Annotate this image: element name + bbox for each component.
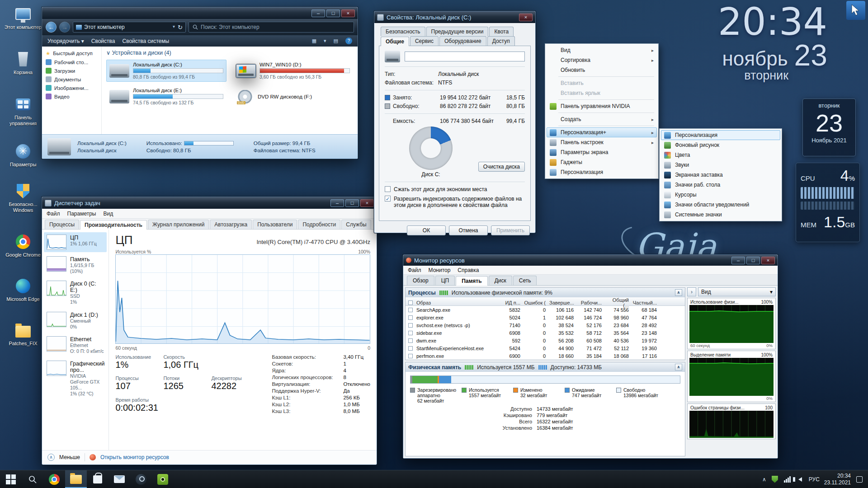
close-button[interactable]: × xyxy=(761,257,775,264)
desktop-icon-this-pc[interactable]: Этот компьютер xyxy=(4,5,42,30)
tab-tools[interactable]: Сервис xyxy=(410,36,439,46)
tab-app-history[interactable]: Журнал приложений xyxy=(148,220,209,229)
defender-tray-icon[interactable] xyxy=(771,475,779,483)
menu-item-nvidia-control-panel[interactable]: Панель управления NVIDIA xyxy=(547,101,657,111)
index-checkbox-row[interactable]: ✓ Разрешить индексировать содержимое фай… xyxy=(385,196,525,208)
desktop-icon-patches-fix[interactable]: Patches_FIX xyxy=(4,322,42,347)
tab-sharing[interactable]: Доступ xyxy=(487,36,515,46)
organize-button[interactable]: Упорядочить ▾ xyxy=(47,38,84,44)
tray-chevron-icon[interactable]: ∧ xyxy=(762,476,766,483)
desktop-icon-chrome[interactable]: Google Chrome xyxy=(4,233,42,258)
select-all-checkbox[interactable] xyxy=(408,300,413,305)
menu-item-new[interactable]: Создать▸ xyxy=(547,114,657,124)
search-box[interactable]: Поиск: Этот компьютер xyxy=(189,22,354,33)
collapse-section-button[interactable]: ∧ xyxy=(675,289,682,296)
menu-item-personalization[interactable]: Персонализация xyxy=(547,167,657,177)
sidebar-item-documents[interactable]: Документы xyxy=(46,76,101,82)
view-list-icon[interactable]: ▤ xyxy=(334,38,338,44)
view-tiles-icon[interactable]: ▦ xyxy=(312,38,316,44)
help-icon[interactable]: ? xyxy=(345,38,352,44)
tab-hardware[interactable]: Оборудование xyxy=(439,36,486,46)
close-button[interactable]: × xyxy=(341,9,355,17)
perf-item-gpu[interactable]: Графический про...NVIDIA GeForce GTX 105… xyxy=(44,358,107,399)
view-dropdown-button[interactable]: Вид▾ xyxy=(698,287,776,296)
index-checkbox[interactable]: ✓ xyxy=(385,196,391,202)
menu-item-settings-panel[interactable]: Панель настроек▸ xyxy=(547,137,657,147)
less-details-button[interactable]: Меньше xyxy=(59,454,80,460)
tab-memory[interactable]: Память xyxy=(456,276,487,286)
desktop-icon-edge[interactable]: Microsoft Edge xyxy=(4,277,42,302)
open-resource-monitor-link[interactable]: Открыть монитор ресурсов xyxy=(100,454,169,460)
tab-network[interactable]: Сеть xyxy=(513,276,537,285)
perf-item-ethernet[interactable]: EthernetEthernetО: 0 П: 0 кбит/с xyxy=(44,334,107,357)
submenu-item-personalization[interactable]: Персонализация xyxy=(661,130,780,140)
refresh-icon[interactable]: ↻ xyxy=(178,24,183,31)
process-checkbox[interactable] xyxy=(408,331,413,335)
menu-help[interactable]: Справка xyxy=(458,267,479,273)
process-checkbox[interactable] xyxy=(408,346,413,351)
process-row[interactable]: dwm.exe592056 20860 50840 53619 972 xyxy=(406,337,685,344)
language-indicator[interactable]: РУС xyxy=(809,476,820,483)
menu-file[interactable]: Файл xyxy=(47,211,60,217)
properties-titlebar[interactable]: Свойства: Локальный диск (C:) × xyxy=(374,11,535,23)
menu-item-refresh[interactable]: Обновить xyxy=(547,65,657,75)
taskbar-steam-button[interactable] xyxy=(130,470,152,488)
tab-performance[interactable]: Производительность xyxy=(80,220,147,230)
desktop-icon-recycle-bin[interactable]: Корзина xyxy=(4,51,42,75)
taskbar-store-button[interactable] xyxy=(87,470,108,488)
perf-item-memory[interactable]: Память1,6/15,9 ГБ (10%) xyxy=(44,254,107,277)
volume-label-input[interactable] xyxy=(405,52,525,61)
properties-button[interactable]: Свойства xyxy=(91,38,115,44)
process-checkbox[interactable] xyxy=(408,323,413,328)
desktop-icon-settings[interactable]: ✳ Параметры xyxy=(4,143,42,168)
drive-d-tile[interactable]: WIN7_WIN10 (D:) 3,60 ГБ свободно из 56,3… xyxy=(233,60,353,82)
view-dropdown-icon[interactable]: ▾ xyxy=(324,38,326,44)
menu-monitor[interactable]: Монитор xyxy=(429,267,451,273)
minimize-button[interactable]: – xyxy=(311,9,325,17)
submenu-item-cursors[interactable]: Курсоры xyxy=(661,190,780,200)
menu-item-sort[interactable]: Сортировка▸ xyxy=(547,55,657,65)
menu-file[interactable]: Файл xyxy=(408,267,421,273)
desktop-icon-control-panel[interactable]: Панель управления xyxy=(4,96,42,126)
close-button[interactable]: × xyxy=(519,14,533,21)
process-table-header[interactable]: Образ ИД п... Ошибок ( Заверше... Рабочи… xyxy=(406,297,685,306)
perf-item-disk0[interactable]: Диск 0 (C: E:)SSD1% xyxy=(44,278,107,307)
tab-services[interactable]: Службы xyxy=(341,220,371,229)
submenu-item-screensaver[interactable]: Экранная заставка xyxy=(661,170,780,180)
apply-button[interactable]: Применить xyxy=(491,225,530,235)
menu-item-personalization-plus[interactable]: Персонализация+▸ xyxy=(547,127,657,137)
process-row[interactable]: StartMenuExperienceHost.exe5424044 90071… xyxy=(406,344,685,352)
process-row[interactable]: explorer.exe50241102 648146 72498 96047 … xyxy=(406,314,685,321)
drive-c-tile[interactable]: Локальный диск (C:) 80,8 ГБ свободно из … xyxy=(106,60,226,82)
tab-security[interactable]: Безопасность xyxy=(381,27,425,36)
menu-item-view[interactable]: Вид▸ xyxy=(547,45,657,55)
tab-overview[interactable]: Обзор xyxy=(407,276,434,285)
menu-item-paste-shortcut[interactable]: Вставить ярлык xyxy=(547,88,657,98)
tab-general[interactable]: Общие xyxy=(381,37,409,46)
menu-item-paste[interactable]: Вставить xyxy=(547,78,657,88)
process-checkbox[interactable] xyxy=(408,338,413,343)
menu-item-display-settings[interactable]: Параметры экрана xyxy=(547,147,657,157)
tray-clock[interactable]: 20:34 23.11.2021 xyxy=(824,473,851,486)
address-dropdown-icon[interactable]: ▾ xyxy=(173,24,175,31)
submenu-item-wallpaper[interactable]: Фоновый рисунок xyxy=(661,140,780,150)
back-button[interactable]: ← xyxy=(46,22,57,33)
submenu-item-notification-icons[interactable]: Значки области уведомлений xyxy=(661,200,780,210)
resmon-titlebar[interactable]: Монитор ресурсов – □ × xyxy=(403,255,778,266)
perf-item-cpu[interactable]: ЦП1% 1,06 ГГц xyxy=(44,232,107,252)
tab-startup[interactable]: Автозагрузка xyxy=(210,220,252,229)
desktop-icon-windows-security[interactable]: Безопасно... Windows xyxy=(4,183,42,213)
drive-e-tile[interactable]: Локальный диск (E:) 74,5 ГБ свободно из … xyxy=(106,85,226,108)
ok-button[interactable]: ОК xyxy=(407,225,446,235)
taskbar-geforce-button[interactable] xyxy=(152,470,174,488)
taskbar-chrome-button[interactable] xyxy=(43,470,65,488)
process-checkbox[interactable] xyxy=(408,354,413,358)
menu-options[interactable]: Параметры xyxy=(67,211,96,217)
sidebar-item-downloads[interactable]: Загрузки xyxy=(46,68,101,74)
expand-panel-button[interactable]: › xyxy=(687,287,696,296)
system-properties-button[interactable]: Свойства системы xyxy=(122,38,169,44)
action-center-icon[interactable] xyxy=(855,475,863,483)
calendar-gadget[interactable]: вторник 23 Ноябрь 2021 xyxy=(802,99,856,156)
tab-previous-versions[interactable]: Предыдущие версии xyxy=(426,27,489,36)
minimize-button[interactable]: – xyxy=(330,199,344,207)
